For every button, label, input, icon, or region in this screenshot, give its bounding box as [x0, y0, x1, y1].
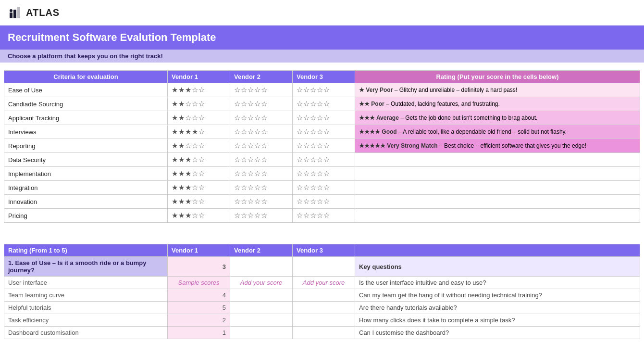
rating-desc-cell — [355, 195, 640, 209]
score-label-cell: Team learning curve — [4, 289, 168, 302]
score-v2-cell[interactable]: Add your score — [230, 277, 293, 289]
eval-vendor1-cell[interactable]: ★★★☆☆ — [168, 181, 230, 195]
score-table-wrapper: Rating (From 1 to 5) Vendor 1 Vendor 2 V… — [0, 236, 644, 343]
score-table: Rating (From 1 to 5) Vendor 1 Vendor 2 V… — [4, 244, 640, 339]
score-col-vendor1: Vendor 1 — [168, 244, 230, 257]
col-vendor3: Vendor 3 — [293, 71, 355, 83]
rating-desc-cell — [355, 167, 640, 181]
svg-rect-1 — [13, 10, 16, 18]
score-label-cell: User interface — [4, 277, 168, 289]
eval-vendor1-cell[interactable]: ★★☆☆☆ — [168, 97, 230, 111]
rating-desc-cell — [355, 209, 640, 223]
eval-vendor3-cell[interactable]: ☆☆☆☆☆ — [293, 125, 355, 139]
col-rating: Rating (Put your score in the cells belo… — [355, 71, 640, 83]
ease-header-cell: 1. Ease of Use – Is it a smooth ride or … — [4, 257, 168, 277]
eval-vendor3-cell[interactable]: ☆☆☆☆☆ — [293, 97, 355, 111]
eval-vendor2-cell[interactable]: ☆☆☆☆☆ — [230, 209, 293, 223]
svg-rect-0 — [10, 13, 12, 18]
eval-vendor1-cell[interactable]: ★★★★☆ — [168, 125, 230, 139]
eval-vendor3-cell[interactable]: ☆☆☆☆☆ — [293, 167, 355, 181]
score-v2-cell[interactable] — [230, 302, 293, 314]
ease-v3-cell[interactable] — [293, 257, 355, 277]
rating-desc-cell — [355, 181, 640, 195]
eval-vendor1-cell[interactable]: ★★★☆☆ — [168, 167, 230, 181]
eval-criteria-cell: Ease of Use — [4, 83, 168, 97]
eval-vendor2-cell[interactable]: ☆☆☆☆☆ — [230, 153, 293, 167]
eval-vendor1-cell[interactable]: ★★★☆☆ — [168, 83, 230, 97]
col-vendor1: Vendor 1 — [168, 71, 230, 83]
eval-vendor3-cell[interactable]: ☆☆☆☆☆ — [293, 111, 355, 125]
svg-rect-2 — [17, 7, 20, 18]
score-label-cell: Task efficiency — [4, 314, 168, 327]
rating-desc-cell: ★★★ Average – Gets the job done but isn'… — [355, 111, 640, 125]
score-v1-cell[interactable]: 1 — [168, 327, 230, 339]
score-v3-cell[interactable] — [293, 314, 355, 327]
score-v1-cell[interactable]: 5 — [168, 302, 230, 314]
eval-vendor3-cell[interactable]: ☆☆☆☆☆ — [293, 83, 355, 97]
score-v3-cell[interactable]: Add your score — [293, 277, 355, 289]
eval-criteria-cell: Innovation — [4, 195, 168, 209]
rating-desc-cell: ★ Very Poor – Glitchy and unreliable – d… — [355, 83, 640, 97]
score-v3-cell[interactable] — [293, 289, 355, 302]
eval-vendor2-cell[interactable]: ☆☆☆☆☆ — [230, 111, 293, 125]
svg-point-3 — [10, 9, 12, 12]
eval-vendor1-cell[interactable]: ★★☆☆☆ — [168, 111, 230, 125]
eval-vendor2-cell[interactable]: ☆☆☆☆☆ — [230, 83, 293, 97]
page-subtitle: Choose a platform that keeps you on the … — [8, 52, 636, 60]
eval-vendor3-cell[interactable]: ☆☆☆☆☆ — [293, 153, 355, 167]
logo-icon — [8, 6, 21, 19]
score-v1-cell[interactable]: 4 — [168, 289, 230, 302]
eval-vendor2-cell[interactable]: ☆☆☆☆☆ — [230, 97, 293, 111]
score-key-cell: Can I customise the dashboard? — [355, 327, 640, 339]
eval-criteria-cell: Data Security — [4, 153, 168, 167]
eval-table-wrapper: Criteria for evaluation Vendor 1 Vendor … — [0, 63, 644, 227]
ease-key-cell: Key questions — [355, 257, 640, 277]
page-title: Recruitment Software Evalution Template — [8, 31, 636, 44]
eval-vendor3-cell[interactable]: ☆☆☆☆☆ — [293, 139, 355, 153]
score-label-cell: Dashboard customisation — [4, 327, 168, 339]
eval-vendor2-cell[interactable]: ☆☆☆☆☆ — [230, 181, 293, 195]
title-bar: Recruitment Software Evalution Template — [0, 25, 644, 50]
subtitle-bar: Choose a platform that keeps you on the … — [0, 50, 644, 63]
eval-criteria-cell: Reporting — [4, 139, 168, 153]
eval-criteria-cell: Candiadte Sourcing — [4, 97, 168, 111]
eval-vendor2-cell[interactable]: ☆☆☆☆☆ — [230, 195, 293, 209]
eval-vendor2-cell[interactable]: ☆☆☆☆☆ — [230, 139, 293, 153]
score-label-cell: Helpful tutorials — [4, 302, 168, 314]
eval-vendor3-cell[interactable]: ☆☆☆☆☆ — [293, 195, 355, 209]
eval-vendor3-cell[interactable]: ☆☆☆☆☆ — [293, 181, 355, 195]
score-v3-cell[interactable] — [293, 327, 355, 339]
eval-vendor1-cell[interactable]: ★★★☆☆ — [168, 153, 230, 167]
eval-criteria-cell: Applicant Tracking — [4, 111, 168, 125]
ease-v1-cell[interactable]: 3 — [168, 257, 230, 277]
eval-criteria-cell: Pricing — [4, 209, 168, 223]
ease-v2-cell[interactable] — [230, 257, 293, 277]
rating-desc-cell: ★★★★★ Very Strong Match – Best choice – … — [355, 139, 640, 153]
rating-desc-cell — [355, 153, 640, 167]
score-col-vendor2: Vendor 2 — [230, 244, 293, 257]
rating-desc-cell: ★★★★ Good – A reliable tool, like a depe… — [355, 125, 640, 139]
score-col-criteria: Rating (From 1 to 5) — [4, 244, 168, 257]
col-criteria: Criteria for evaluation — [4, 71, 168, 83]
score-v2-cell[interactable] — [230, 314, 293, 327]
score-v1-cell[interactable]: 2 — [168, 314, 230, 327]
score-v3-cell[interactable] — [293, 302, 355, 314]
score-key-cell: Is the user interface intuitive and easy… — [355, 277, 640, 289]
eval-criteria-cell: Implementation — [4, 167, 168, 181]
score-col-vendor3: Vendor 3 — [293, 244, 355, 257]
score-v2-cell[interactable] — [230, 327, 293, 339]
eval-vendor3-cell[interactable]: ☆☆☆☆☆ — [293, 209, 355, 223]
score-v1-cell[interactable]: Sample scores — [168, 277, 230, 289]
logo-text: ATLAS — [26, 7, 60, 18]
eval-vendor2-cell[interactable]: ☆☆☆☆☆ — [230, 167, 293, 181]
score-key-cell: Can my team get the hang of it without n… — [355, 289, 640, 302]
eval-table: Criteria for evaluation Vendor 1 Vendor … — [4, 70, 640, 223]
eval-vendor1-cell[interactable]: ★★☆☆☆ — [168, 139, 230, 153]
col-vendor2: Vendor 2 — [230, 71, 293, 83]
eval-vendor1-cell[interactable]: ★★★☆☆ — [168, 195, 230, 209]
eval-vendor2-cell[interactable]: ☆☆☆☆☆ — [230, 125, 293, 139]
eval-vendor1-cell[interactable]: ★★★☆☆ — [168, 209, 230, 223]
score-key-cell: Are there handy tutorials available? — [355, 302, 640, 314]
score-v2-cell[interactable] — [230, 289, 293, 302]
app-header: ATLAS — [0, 0, 644, 25]
